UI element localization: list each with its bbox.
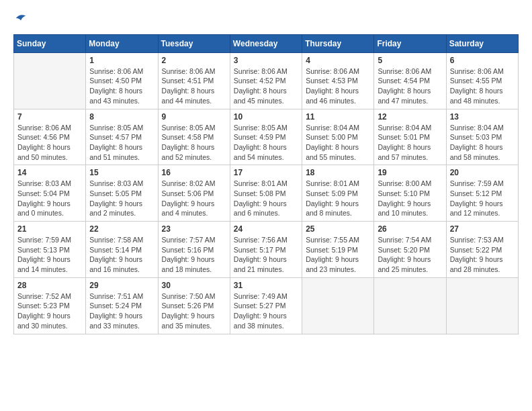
day-cell: 12Sunrise: 8:04 AMSunset: 5:01 PMDayligh… [374,109,446,165]
header-wednesday: Wednesday [230,34,302,52]
day-cell [446,277,518,334]
day-info: Sunrise: 7:49 AMSunset: 5:27 PMDaylight:… [234,291,298,331]
day-info: Sunrise: 8:06 AMSunset: 4:55 PMDaylight:… [450,66,515,106]
header-sunday: Sunday [14,34,86,52]
day-info: Sunrise: 8:05 AMSunset: 4:59 PMDaylight:… [234,123,298,163]
day-cell: 16Sunrise: 8:02 AMSunset: 5:06 PMDayligh… [158,165,230,222]
day-cell: 29Sunrise: 7:51 AMSunset: 5:24 PMDayligh… [86,277,158,334]
day-number: 4 [306,56,370,65]
day-info: Sunrise: 8:01 AMSunset: 5:09 PMDaylight:… [306,179,370,218]
day-number: 12 [378,112,442,122]
day-number: 6 [450,56,515,65]
day-number: 5 [378,56,442,65]
day-cell: 31Sunrise: 7:49 AMSunset: 5:27 PMDayligh… [230,277,302,334]
day-cell [14,52,86,109]
day-info: Sunrise: 8:04 AMSunset: 5:00 PMDaylight:… [306,123,370,163]
day-number: 8 [89,112,154,122]
day-cell: 11Sunrise: 8:04 AMSunset: 5:00 PMDayligh… [302,109,374,165]
day-number: 16 [162,168,226,177]
day-number: 15 [89,168,154,177]
header-thursday: Thursday [302,34,374,52]
day-info: Sunrise: 8:06 AMSunset: 4:56 PMDaylight:… [17,123,82,163]
day-cell: 27Sunrise: 7:53 AMSunset: 5:22 PMDayligh… [446,222,518,278]
day-cell: 9Sunrise: 8:05 AMSunset: 4:58 PMDaylight… [158,109,230,165]
day-cell: 8Sunrise: 8:05 AMSunset: 4:57 PMDaylight… [86,109,158,165]
day-info: Sunrise: 7:58 AMSunset: 5:14 PMDaylight:… [89,235,154,275]
day-cell: 21Sunrise: 7:59 AMSunset: 5:13 PMDayligh… [14,222,86,278]
day-cell: 2Sunrise: 8:06 AMSunset: 4:51 PMDaylight… [158,52,230,109]
day-cell [374,277,446,334]
day-info: Sunrise: 8:06 AMSunset: 4:53 PMDaylight:… [306,66,370,106]
day-info: Sunrise: 7:56 AMSunset: 5:17 PMDaylight:… [234,235,298,275]
week-row-3: 14Sunrise: 8:03 AMSunset: 5:04 PMDayligh… [14,165,519,222]
week-row-4: 21Sunrise: 7:59 AMSunset: 5:13 PMDayligh… [14,222,519,278]
day-info: Sunrise: 7:59 AMSunset: 5:12 PMDaylight:… [450,179,515,218]
day-cell: 19Sunrise: 8:00 AMSunset: 5:10 PMDayligh… [374,165,446,222]
header-monday: Monday [86,34,158,52]
day-cell: 4Sunrise: 8:06 AMSunset: 4:53 PMDaylight… [302,52,374,109]
day-cell: 14Sunrise: 8:03 AMSunset: 5:04 PMDayligh… [14,165,86,222]
week-row-2: 7Sunrise: 8:06 AMSunset: 4:56 PMDaylight… [14,109,519,165]
day-info: Sunrise: 8:03 AMSunset: 5:05 PMDaylight:… [89,179,154,218]
day-info: Sunrise: 8:04 AMSunset: 5:03 PMDaylight:… [450,123,515,163]
day-cell: 26Sunrise: 7:54 AMSunset: 5:20 PMDayligh… [374,222,446,278]
day-info: Sunrise: 8:05 AMSunset: 4:58 PMDaylight:… [162,123,226,163]
day-info: Sunrise: 7:53 AMSunset: 5:22 PMDaylight:… [450,235,515,275]
logo-bird-icon [15,12,27,24]
day-number: 22 [89,224,154,234]
day-number: 2 [162,56,226,65]
page-header [13,13,519,28]
day-cell: 24Sunrise: 7:56 AMSunset: 5:17 PMDayligh… [230,222,302,278]
day-cell: 28Sunrise: 7:52 AMSunset: 5:23 PMDayligh… [14,277,86,334]
week-row-5: 28Sunrise: 7:52 AMSunset: 5:23 PMDayligh… [14,277,519,334]
day-cell: 20Sunrise: 7:59 AMSunset: 5:12 PMDayligh… [446,165,518,222]
calendar-table: SundayMondayTuesdayWednesdayThursdayFrid… [13,34,519,334]
header-friday: Friday [374,34,446,52]
header-saturday: Saturday [446,34,518,52]
day-number: 18 [306,168,370,177]
day-number: 21 [17,224,82,234]
day-info: Sunrise: 7:52 AMSunset: 5:23 PMDaylight:… [17,291,82,331]
day-cell: 3Sunrise: 8:06 AMSunset: 4:52 PMDaylight… [230,52,302,109]
day-info: Sunrise: 8:06 AMSunset: 4:50 PMDaylight:… [89,66,154,106]
day-cell: 17Sunrise: 8:01 AMSunset: 5:08 PMDayligh… [230,165,302,222]
day-number: 7 [17,112,82,122]
day-number: 11 [306,112,370,122]
day-cell: 25Sunrise: 7:55 AMSunset: 5:19 PMDayligh… [302,222,374,278]
day-info: Sunrise: 8:06 AMSunset: 4:51 PMDaylight:… [162,66,226,106]
day-number: 19 [378,168,442,177]
day-info: Sunrise: 8:05 AMSunset: 4:57 PMDaylight:… [89,123,154,163]
day-number: 23 [162,224,226,234]
day-number: 29 [89,281,154,290]
day-cell: 7Sunrise: 8:06 AMSunset: 4:56 PMDaylight… [14,109,86,165]
day-number: 17 [234,168,298,177]
day-info: Sunrise: 8:02 AMSunset: 5:06 PMDaylight:… [162,179,226,218]
day-number: 25 [306,224,370,234]
day-info: Sunrise: 8:04 AMSunset: 5:01 PMDaylight:… [378,123,442,163]
day-number: 13 [450,112,515,122]
day-info: Sunrise: 8:06 AMSunset: 4:54 PMDaylight:… [378,66,442,106]
day-number: 3 [234,56,298,65]
day-number: 31 [234,281,298,290]
day-info: Sunrise: 8:06 AMSunset: 4:52 PMDaylight:… [234,66,298,106]
day-number: 27 [450,224,515,234]
day-cell [302,277,374,334]
day-info: Sunrise: 7:54 AMSunset: 5:20 PMDaylight:… [378,235,442,275]
day-info: Sunrise: 8:01 AMSunset: 5:08 PMDaylight:… [234,179,298,218]
day-number: 30 [162,281,226,290]
day-number: 10 [234,112,298,122]
day-cell: 23Sunrise: 7:57 AMSunset: 5:16 PMDayligh… [158,222,230,278]
day-cell: 22Sunrise: 7:58 AMSunset: 5:14 PMDayligh… [86,222,158,278]
day-info: Sunrise: 8:03 AMSunset: 5:04 PMDaylight:… [17,179,82,218]
day-cell: 13Sunrise: 8:04 AMSunset: 5:03 PMDayligh… [446,109,518,165]
day-number: 14 [17,168,82,177]
day-cell: 18Sunrise: 8:01 AMSunset: 5:09 PMDayligh… [302,165,374,222]
day-cell: 6Sunrise: 8:06 AMSunset: 4:55 PMDaylight… [446,52,518,109]
day-cell: 1Sunrise: 8:06 AMSunset: 4:50 PMDaylight… [86,52,158,109]
calendar-header-row: SundayMondayTuesdayWednesdayThursdayFrid… [14,34,519,52]
day-info: Sunrise: 7:59 AMSunset: 5:13 PMDaylight:… [17,235,82,275]
logo-general [13,13,27,28]
day-cell: 10Sunrise: 8:05 AMSunset: 4:59 PMDayligh… [230,109,302,165]
day-cell: 15Sunrise: 8:03 AMSunset: 5:05 PMDayligh… [86,165,158,222]
header-tuesday: Tuesday [158,34,230,52]
